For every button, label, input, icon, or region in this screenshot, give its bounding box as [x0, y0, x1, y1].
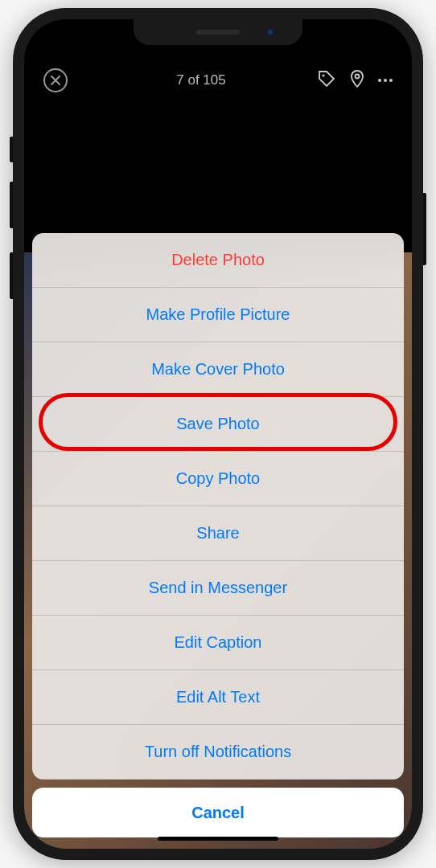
- action-label: Send in Messenger: [149, 579, 287, 597]
- edit-alt-text-button[interactable]: Edit Alt Text: [32, 670, 404, 725]
- more-options-button[interactable]: [378, 79, 393, 82]
- phone-frame: 7 of 105: [13, 8, 423, 860]
- phone-side-buttons-left: [10, 137, 13, 323]
- notch: [134, 19, 302, 45]
- photo-counter: 7 of 105: [68, 72, 317, 88]
- cancel-label: Cancel: [191, 804, 245, 822]
- screen: 7 of 105: [24, 19, 412, 849]
- front-camera: [266, 28, 274, 36]
- turn-off-notifications-button[interactable]: Turn off Notifications: [32, 725, 404, 780]
- action-label: Edit Alt Text: [176, 688, 260, 706]
- more-icon: [378, 79, 381, 82]
- edit-caption-button[interactable]: Edit Caption: [32, 616, 404, 670]
- action-label: Turn off Notifications: [145, 743, 291, 761]
- action-label: Save Photo: [176, 415, 259, 433]
- action-label: Copy Photo: [176, 469, 261, 488]
- copy-photo-button[interactable]: Copy Photo: [32, 452, 404, 506]
- action-label: Delete Photo: [171, 251, 265, 269]
- action-sheet-container: Delete Photo Make Profile Picture Make C…: [24, 233, 412, 849]
- location-button[interactable]: [348, 69, 367, 92]
- speaker-grille: [196, 30, 240, 35]
- action-sheet: Delete Photo Make Profile Picture Make C…: [32, 233, 404, 780]
- svg-point-1: [356, 75, 360, 79]
- action-label: Make Cover Photo: [151, 360, 285, 379]
- tag-icon: [317, 69, 336, 88]
- send-messenger-button[interactable]: Send in Messenger: [32, 561, 404, 616]
- close-icon: [51, 76, 60, 85]
- close-button[interactable]: [43, 68, 68, 92]
- make-profile-picture-button[interactable]: Make Profile Picture: [32, 288, 404, 342]
- action-label: Make Profile Picture: [146, 305, 290, 324]
- phone-side-buttons-right: [423, 193, 426, 265]
- share-button[interactable]: Share: [32, 506, 404, 561]
- home-indicator[interactable]: [158, 837, 278, 841]
- delete-photo-button[interactable]: Delete Photo: [32, 233, 404, 288]
- location-icon: [348, 69, 367, 88]
- tag-button[interactable]: [317, 69, 336, 92]
- make-cover-photo-button[interactable]: Make Cover Photo: [32, 342, 404, 397]
- cancel-button[interactable]: Cancel: [32, 788, 404, 837]
- action-label: Share: [196, 524, 239, 542]
- photo-viewer-header: 7 of 105: [24, 63, 412, 98]
- svg-point-0: [323, 75, 325, 77]
- action-label: Edit Caption: [175, 633, 262, 652]
- save-photo-button[interactable]: Save Photo: [32, 397, 404, 452]
